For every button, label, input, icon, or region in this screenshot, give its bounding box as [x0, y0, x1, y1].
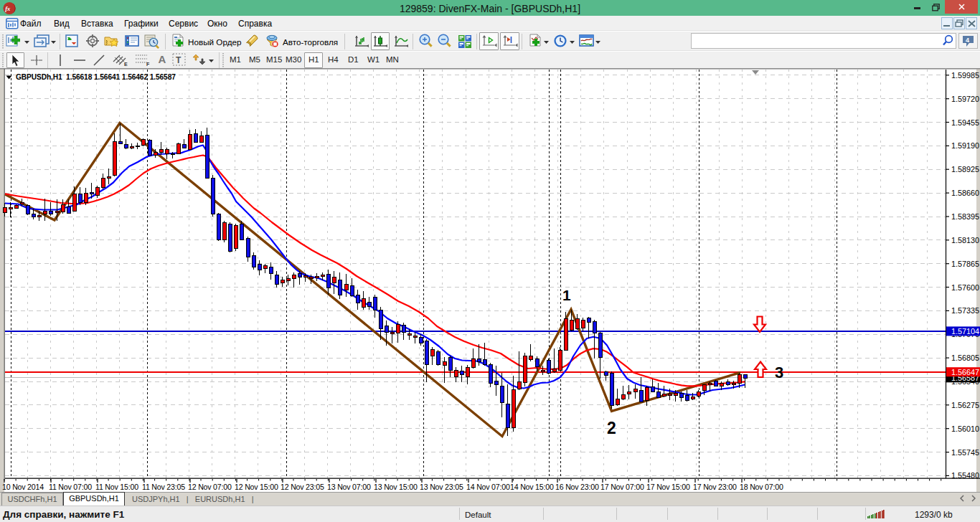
svg-text:F: F	[146, 62, 150, 67]
svg-text:1.58660: 1.58660	[951, 189, 979, 197]
svg-text:13 Nov 07:00: 13 Nov 07:00	[327, 483, 371, 491]
svg-text:12 Nov 07:00: 12 Nov 07:00	[188, 483, 232, 491]
svg-text:11 Nov 07:00: 11 Nov 07:00	[49, 483, 92, 491]
svg-text:1: 1	[562, 287, 571, 303]
svg-text:1.56647: 1.56647	[951, 368, 979, 376]
svg-text:GBPUSDh,H1 1.56618 1.56641 1.: GBPUSDh,H1 1.56618 1.56641 1.56462 1.565…	[16, 73, 176, 81]
svg-text:12 Nov 23:05: 12 Nov 23:05	[281, 483, 324, 491]
svg-text:17 Nov 15:00: 17 Nov 15:00	[646, 483, 690, 491]
svg-text:13 Nov 23:05: 13 Nov 23:05	[420, 483, 463, 491]
svg-text:14 Nov 07:00: 14 Nov 07:00	[466, 483, 510, 491]
svg-text:1.56010: 1.56010	[951, 424, 979, 433]
svg-text:1.57600: 1.57600	[951, 283, 979, 292]
svg-text:17 Nov 23:00: 17 Nov 23:00	[693, 483, 737, 491]
svg-text:E: E	[124, 62, 128, 67]
svg-text:1.59190: 1.59190	[951, 141, 979, 150]
svg-text:11 Nov 23:05: 11 Nov 23:05	[142, 483, 185, 491]
svg-text:17 Nov 07:00: 17 Nov 07:00	[600, 483, 644, 491]
svg-text:11 Nov 15:00: 11 Nov 15:00	[95, 483, 138, 491]
svg-text:13 Nov 15:00: 13 Nov 15:00	[374, 483, 418, 491]
svg-text:2: 2	[607, 419, 616, 437]
svg-text:1.59985: 1.59985	[951, 71, 979, 80]
svg-text:T: T	[176, 55, 182, 65]
svg-text:18 Nov 07:00: 18 Nov 07:00	[740, 483, 783, 491]
svg-text:1.57335: 1.57335	[951, 306, 979, 315]
svg-text:1.57865: 1.57865	[951, 260, 979, 268]
svg-text:1.58395: 1.58395	[951, 212, 979, 221]
svg-text:4: 4	[966, 37, 969, 44]
svg-text:1.55745: 1.55745	[951, 448, 979, 457]
svg-text:3: 3	[775, 364, 783, 381]
svg-text:1.59720: 1.59720	[951, 95, 979, 103]
svg-text:1.56805: 1.56805	[951, 353, 979, 362]
svg-text:12 Nov 15:00: 12 Nov 15:00	[235, 483, 278, 491]
svg-text:10 Nov 2014: 10 Nov 2014	[2, 483, 44, 491]
svg-text:1.56275: 1.56275	[951, 401, 979, 409]
svg-text:1.58130: 1.58130	[951, 236, 979, 245]
svg-text:14 Nov 15:00: 14 Nov 15:00	[510, 483, 554, 491]
svg-text:16 Nov 23:00: 16 Nov 23:00	[555, 483, 599, 491]
svg-text:1.57104: 1.57104	[951, 327, 979, 336]
svg-text:1.59455: 1.59455	[951, 118, 979, 127]
svg-text:1.58925: 1.58925	[951, 165, 979, 174]
